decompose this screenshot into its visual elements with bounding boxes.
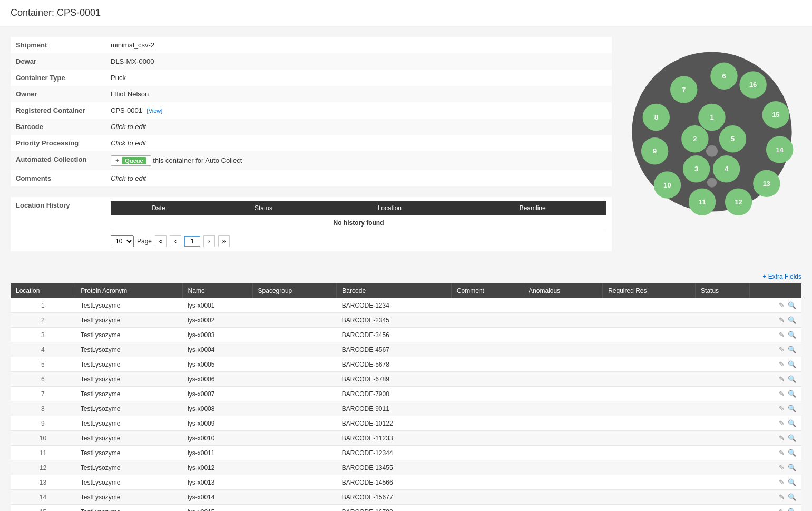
search-icon[interactable]: 🔍 bbox=[788, 301, 796, 309]
cell-spacegroup bbox=[252, 342, 337, 357]
table-row: 11 TestLysozyme lys-x0011 BARCODE-12344 … bbox=[11, 446, 801, 460]
search-icon[interactable]: 🔍 bbox=[788, 434, 796, 442]
cell-status bbox=[696, 401, 750, 416]
edit-icon[interactable]: ✎ bbox=[779, 301, 785, 309]
puck-label-10: 10 bbox=[663, 181, 671, 189]
prev-page-button[interactable]: ‹ bbox=[170, 235, 181, 247]
cell-spacegroup bbox=[252, 431, 337, 446]
first-page-button[interactable]: « bbox=[155, 235, 167, 247]
cell-barcode: BARCODE-14566 bbox=[337, 475, 452, 490]
cell-barcode: BARCODE-15677 bbox=[337, 490, 452, 505]
cell-name: lys-x0011 bbox=[182, 446, 252, 460]
edit-icon[interactable]: ✎ bbox=[779, 449, 785, 457]
cell-barcode: BARCODE-1234 bbox=[337, 298, 452, 313]
edit-icon[interactable]: ✎ bbox=[779, 508, 785, 511]
cell-actions: ✎ 🔍 bbox=[749, 387, 801, 401]
search-icon[interactable]: 🔍 bbox=[788, 375, 796, 383]
puck-label-13: 13 bbox=[763, 180, 770, 188]
location-history-label-row: Location History Date Status Location Be… bbox=[11, 197, 612, 251]
page-title: Container: CPS-0001 bbox=[11, 7, 801, 18]
cell-name: lys-x0010 bbox=[182, 431, 252, 446]
dewar-value: DLS-MX-0000 bbox=[105, 53, 612, 70]
search-icon[interactable]: 🔍 bbox=[788, 419, 796, 427]
extra-fields-link[interactable]: + Extra Fields bbox=[762, 273, 801, 280]
cell-barcode: BARCODE-6789 bbox=[337, 372, 452, 387]
edit-icon[interactable]: ✎ bbox=[779, 419, 785, 427]
barcode-value[interactable]: Click to edit bbox=[105, 119, 612, 135]
next-page-button[interactable]: › bbox=[203, 235, 215, 247]
cell-anomalous bbox=[523, 460, 603, 475]
cell-anomalous bbox=[523, 357, 603, 372]
edit-icon[interactable]: ✎ bbox=[779, 405, 785, 412]
cell-comment bbox=[451, 372, 523, 387]
cell-status bbox=[696, 357, 750, 372]
cell-required-res bbox=[603, 460, 696, 475]
cell-status bbox=[696, 416, 750, 431]
puck-bottom-pin bbox=[707, 178, 717, 187]
cell-spacegroup bbox=[252, 416, 337, 431]
edit-icon[interactable]: ✎ bbox=[779, 375, 785, 383]
edit-icon[interactable]: ✎ bbox=[779, 346, 785, 353]
edit-icon[interactable]: ✎ bbox=[779, 331, 785, 339]
cell-comment bbox=[451, 328, 523, 342]
cell-location: 4 bbox=[11, 342, 75, 357]
edit-icon[interactable]: ✎ bbox=[779, 464, 785, 471]
cell-comment bbox=[451, 357, 523, 372]
search-icon[interactable]: 🔍 bbox=[788, 331, 796, 339]
cell-comment bbox=[451, 460, 523, 475]
cell-location: 2 bbox=[11, 313, 75, 328]
current-page-input[interactable] bbox=[184, 236, 200, 247]
edit-icon[interactable]: ✎ bbox=[779, 478, 785, 486]
barcode-label: Barcode bbox=[11, 119, 105, 135]
cell-status bbox=[696, 460, 750, 475]
per-page-select[interactable]: 10 25 50 bbox=[111, 235, 134, 247]
edit-icon[interactable]: ✎ bbox=[779, 316, 785, 324]
col-barcode: Barcode bbox=[337, 283, 452, 298]
registered-container-view-link[interactable]: [View] bbox=[147, 107, 163, 114]
edit-icon[interactable]: ✎ bbox=[779, 360, 785, 368]
cell-status bbox=[696, 505, 750, 512]
edit-icon[interactable]: ✎ bbox=[779, 390, 785, 398]
cell-name: lys-x0006 bbox=[182, 372, 252, 387]
cell-status bbox=[696, 328, 750, 342]
comments-value[interactable]: Click to edit bbox=[105, 170, 612, 186]
search-icon[interactable]: 🔍 bbox=[788, 464, 796, 471]
location-history-table-cell: Date Status Location Beamline No history… bbox=[105, 197, 612, 251]
data-table-header-row: Location Protein Acronym Name Spacegroup… bbox=[11, 283, 801, 298]
cell-location: 10 bbox=[11, 431, 75, 446]
cell-required-res bbox=[603, 446, 696, 460]
col-comment: Comment bbox=[451, 283, 523, 298]
search-icon[interactable]: 🔍 bbox=[788, 508, 796, 511]
cell-barcode: BARCODE-2345 bbox=[337, 313, 452, 328]
search-icon[interactable]: 🔍 bbox=[788, 346, 796, 353]
search-icon[interactable]: 🔍 bbox=[788, 493, 796, 501]
cell-protein: TestLysozyme bbox=[75, 416, 182, 431]
search-icon[interactable]: 🔍 bbox=[788, 449, 796, 457]
table-row: 14 TestLysozyme lys-x0014 BARCODE-15677 … bbox=[11, 490, 801, 505]
data-table-head: Location Protein Acronym Name Spacegroup… bbox=[11, 283, 801, 298]
search-icon[interactable]: 🔍 bbox=[788, 478, 796, 486]
priority-processing-label: Priority Processing bbox=[11, 135, 105, 151]
search-icon[interactable]: 🔍 bbox=[788, 390, 796, 398]
cell-required-res bbox=[603, 313, 696, 328]
edit-icon[interactable]: ✎ bbox=[779, 493, 785, 501]
priority-processing-value[interactable]: Click to edit bbox=[105, 135, 612, 151]
search-icon[interactable]: 🔍 bbox=[788, 405, 796, 412]
puck-label-5: 5 bbox=[731, 135, 735, 143]
cell-spacegroup bbox=[252, 460, 337, 475]
queue-button[interactable]: + Queue bbox=[111, 155, 151, 166]
automated-collection-label: Automated Collection bbox=[11, 151, 105, 170]
cell-required-res bbox=[603, 475, 696, 490]
cell-spacegroup bbox=[252, 475, 337, 490]
edit-icon[interactable]: ✎ bbox=[779, 434, 785, 442]
registered-container-row: Registered Container CPS-0001 [View] bbox=[11, 102, 612, 119]
cell-barcode: BARCODE-11233 bbox=[337, 431, 452, 446]
search-icon[interactable]: 🔍 bbox=[788, 360, 796, 368]
cell-actions: ✎ 🔍 bbox=[749, 446, 801, 460]
cell-required-res bbox=[603, 372, 696, 387]
puck-label-7: 7 bbox=[682, 86, 686, 94]
cell-name: lys-x0003 bbox=[182, 328, 252, 342]
last-page-button[interactable]: » bbox=[218, 235, 230, 247]
search-icon[interactable]: 🔍 bbox=[788, 316, 796, 324]
cell-required-res bbox=[603, 342, 696, 357]
